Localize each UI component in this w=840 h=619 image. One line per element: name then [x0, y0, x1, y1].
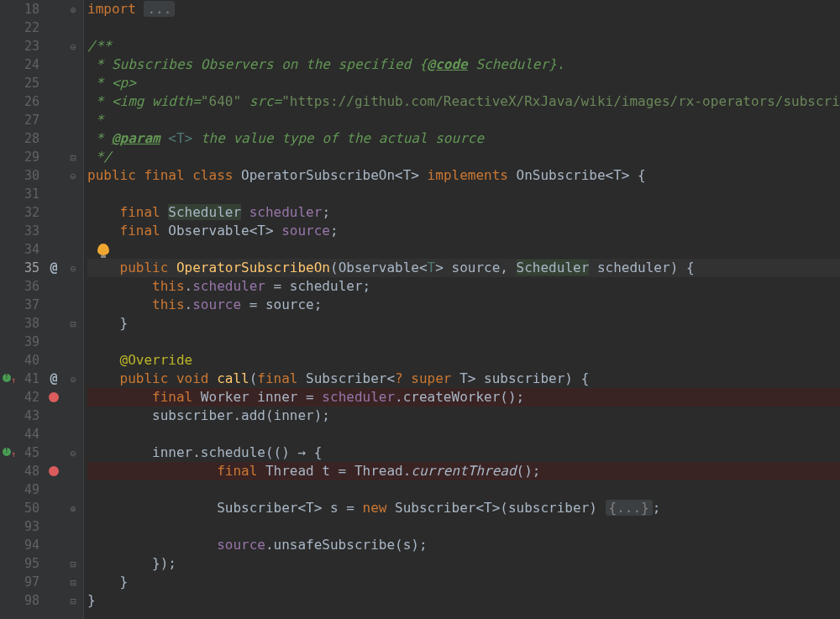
line-number[interactable]: 93 [18, 517, 39, 536]
code-line[interactable]: source.unsafeSubscribe(s); [87, 536, 840, 554]
code-line[interactable]: */ [87, 148, 840, 166]
code-line[interactable]: this.scheduler = scheduler; [87, 277, 840, 296]
line-number[interactable]: 48 [18, 462, 39, 480]
gutter[interactable]: ↑↑ 1822232425262728293031323334353637383… [0, 0, 84, 619]
token-kw: new [363, 500, 396, 516]
line-number[interactable]: 44 [18, 425, 39, 443]
code-line[interactable]: this.source = source; [87, 296, 840, 314]
line-number[interactable]: 50 [18, 499, 39, 517]
code-line[interactable]: final Thread t = Thread.currentThread(); [87, 462, 840, 480]
override-marker-icon[interactable]: @ [50, 371, 57, 386]
code-line[interactable] [87, 333, 840, 351]
fold-open-icon[interactable] [70, 374, 76, 386]
code-line[interactable]: * Subscribes Observers on the specified … [87, 55, 840, 74]
fold-close-icon[interactable] [70, 4, 76, 16]
fold-end-icon[interactable] [70, 577, 76, 589]
fold-end-icon[interactable] [70, 559, 76, 570]
fold-open-icon[interactable] [70, 263, 76, 275]
code-line[interactable]: inner.schedule(() → { [87, 443, 840, 462]
code-line[interactable]: /** [87, 37, 840, 55]
code-line[interactable]: final Scheduler scheduler; [87, 203, 840, 222]
code-line[interactable]: }); [87, 554, 840, 573]
line-number[interactable]: 29 [18, 148, 39, 166]
line-number[interactable]: 39 [18, 333, 39, 351]
code-line[interactable] [87, 240, 840, 259]
token-op [87, 389, 152, 405]
line-number[interactable]: 97 [18, 573, 39, 591]
token-op: < [395, 167, 403, 183]
line-number[interactable]: 31 [18, 185, 39, 203]
line-number[interactable]: 27 [18, 111, 39, 129]
line-number[interactable]: 32 [18, 203, 39, 222]
diff-marker-icon[interactable] [3, 374, 11, 382]
code-line[interactable]: public OperatorSubscribeOn(Observable<T>… [87, 259, 840, 277]
code-line[interactable]: public final class OperatorSubscribeOn<T… [87, 166, 840, 185]
code-line[interactable]: * [87, 111, 840, 129]
code-line[interactable]: @Override [87, 351, 840, 370]
line-number[interactable]: 98 [18, 591, 39, 610]
line-number[interactable]: 22 [18, 18, 39, 37]
line-number[interactable]: 26 [18, 92, 39, 111]
fold-end-icon[interactable] [70, 152, 76, 164]
line-number[interactable]: 25 [18, 74, 39, 92]
line-number[interactable]: 49 [18, 480, 39, 499]
code-line[interactable]: } [87, 591, 840, 610]
token-kw: this [152, 296, 185, 312]
code-line[interactable]: * <img width="640" src="https://github.c… [87, 92, 840, 111]
code-line[interactable]: * @param <T> the value type of the actua… [87, 129, 840, 148]
fold-open-icon[interactable] [70, 41, 76, 53]
line-number[interactable]: 37 [18, 296, 39, 314]
line-number[interactable]: 38 [18, 314, 39, 333]
line-number[interactable]: 36 [18, 277, 39, 296]
token-op [87, 204, 120, 220]
line-number[interactable]: 95 [18, 554, 39, 573]
line-number[interactable]: 24 [18, 55, 39, 74]
line-number[interactable]: 35 [18, 259, 39, 277]
code-line[interactable] [87, 517, 840, 536]
code-line[interactable]: } [87, 314, 840, 333]
code-line[interactable]: * <p> [87, 74, 840, 92]
token-type: OnSubscribe [517, 167, 606, 183]
intention-bulb-icon[interactable] [97, 244, 109, 255]
code-line[interactable] [87, 425, 840, 443]
line-number[interactable]: 94 [18, 536, 39, 554]
diff-marker-icon[interactable] [3, 448, 11, 456]
line-number[interactable]: 30 [18, 166, 39, 185]
code-line[interactable]: public void call(final Subscriber<? supe… [87, 370, 840, 388]
code-line[interactable]: } [87, 573, 840, 591]
token-doc: * [87, 112, 103, 128]
line-number[interactable]: 28 [18, 129, 39, 148]
line-number[interactable]: 34 [18, 240, 39, 259]
fold-end-icon[interactable] [70, 318, 76, 330]
line-number[interactable]: 23 [18, 37, 39, 55]
code-line[interactable]: Subscriber<T> s = new Subscriber<T>(subs… [87, 499, 840, 517]
code-line[interactable]: final Worker inner = scheduler.createWor… [87, 388, 840, 407]
line-number[interactable]: 33 [18, 222, 39, 240]
fold-close-icon[interactable] [70, 503, 76, 515]
code-editor[interactable]: ↑↑ 1822232425262728293031323334353637383… [0, 0, 840, 619]
code-line[interactable] [87, 18, 840, 37]
line-number[interactable]: 18 [18, 0, 39, 18]
token-op: < [606, 167, 614, 183]
token-hlg: Scheduler [517, 260, 590, 275]
code-area[interactable]: import .../** * Subscribes Observers on … [84, 0, 840, 619]
line-number[interactable]: 41 [18, 370, 39, 388]
code-line[interactable]: final Observable<T> source; [87, 222, 840, 240]
code-line[interactable] [87, 480, 840, 499]
fold-end-icon[interactable] [70, 595, 76, 607]
line-number[interactable]: 40 [18, 351, 39, 370]
line-number[interactable]: 42 [18, 388, 39, 407]
line-number[interactable]: 43 [18, 407, 39, 425]
token-op [87, 370, 120, 386]
code-line[interactable]: import ... [87, 0, 840, 18]
token-type: T [484, 500, 492, 516]
fold-open-icon[interactable] [70, 448, 76, 459]
fold-open-icon[interactable] [70, 170, 76, 182]
token-doctag: @param [112, 130, 160, 146]
code-line[interactable]: subscriber.add(inner); [87, 407, 840, 425]
breakpoint-icon[interactable] [49, 466, 59, 476]
line-number[interactable]: 45 [18, 443, 39, 462]
code-line[interactable] [87, 185, 840, 203]
override-marker-icon[interactable]: @ [50, 260, 57, 275]
breakpoint-icon[interactable] [49, 392, 59, 402]
